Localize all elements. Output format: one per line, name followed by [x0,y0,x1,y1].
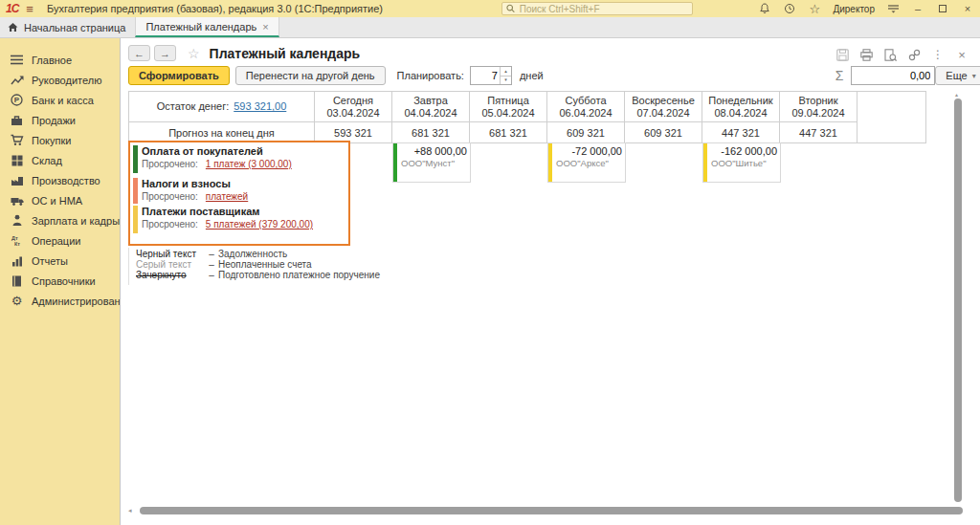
day-date: 05.04.2024 [481,107,534,120]
svg-text:Р: Р [14,96,20,104]
print-preview-icon[interactable] [883,48,897,61]
maximize-button[interactable] [936,3,949,14]
forecast-label: Прогноз на конец дня [129,122,314,142]
sidebar-item-sales[interactable]: Продажи [0,110,120,130]
main-content: ← → ☆ Платежный календарь ⋮ × Сформирова… [120,38,980,525]
overdue-link[interactable]: платежей [206,191,248,202]
sidebar-item-warehouse[interactable]: Склад [0,150,120,170]
tab-payment-calendar[interactable]: Платежный календарь × [135,17,278,37]
group-color-bar [133,178,138,204]
more-button[interactable]: Еще ▾ [935,66,980,85]
legend-row-unpaid: Серый текст – Неоплаченные счета [136,260,380,270]
payment-cell-tomorrow[interactable]: +88 000,00 ООО"Мунст" [392,142,471,183]
sidebar-item-administration[interactable]: ⚙ Администрирование [0,291,120,311]
calendar-header-table: Остаток денег: 593 321,00 Прогноз на кон… [128,91,926,143]
forward-button[interactable]: → [154,45,176,61]
search-input[interactable] [520,4,689,14]
column-saturday[interactable]: Суббота06.04.2024 609 321 [547,92,625,142]
forecast-value: 447 321 [780,122,857,142]
day-date: 04.04.2024 [404,107,457,120]
stepper-down-icon[interactable]: ▾ [501,77,511,85]
generate-button[interactable]: Сформировать [128,66,230,85]
plan-days-stepper[interactable]: ▴ ▾ [470,66,512,85]
column-tuesday[interactable]: Вторник09.04.2024 447 321 [780,92,858,142]
balance-link[interactable]: 593 321,00 [234,100,286,113]
main-menu-icon[interactable]: ≡ [26,3,33,15]
column-friday[interactable]: Пятница05.04.2024 681 321 [470,92,547,142]
sidebar-item-production[interactable]: Производство [0,170,120,190]
sidebar-item-fixed-assets[interactable]: ОС и НМА [0,190,120,210]
plan-label: Планировать: [397,70,464,81]
back-button[interactable]: ← [128,45,150,61]
sidebar-item-manager[interactable]: Руководителю [0,70,120,90]
history-icon[interactable] [783,2,796,15]
payment-cell-saturday[interactable]: -72 000,00 ООО"Арксе" [547,142,626,183]
warehouse-icon [10,154,24,167]
payment-cell-monday[interactable]: -162 000,00 ООО"Шитье" [702,142,781,183]
sidebar-item-reports[interactable]: Отчеты [0,251,120,271]
group-row-incoming-payments[interactable]: Оплата от покупателей Просрочено: 1 плат… [133,145,345,169]
more-actions-icon[interactable]: ⋮ [931,48,945,61]
balance-label: Остаток денег: [157,100,230,113]
cell-color-bar [548,143,552,182]
horizontal-scrollbar[interactable]: ◂ [128,506,973,515]
tab-close-icon[interactable]: × [262,21,268,33]
sidebar-item-main[interactable]: Главное [0,50,120,70]
sidebar-item-label: ОС и НМА [32,195,82,207]
overdue-link[interactable]: 1 платеж (3 000,00) [206,159,292,169]
overdue-link[interactable]: 5 платежей (379 200,00) [206,219,313,230]
sidebar-item-bank-cash[interactable]: Р Банк и касса [0,90,120,110]
page-title: Платежный календарь [210,46,361,61]
vertical-scrollbar-thumb[interactable] [954,98,962,502]
menu-icon [10,54,24,67]
horizontal-scrollbar-thumb[interactable] [140,507,963,514]
sidebar-item-purchases[interactable]: Покупки [0,130,120,150]
close-form-icon[interactable]: × [955,48,969,61]
column-sunday[interactable]: Воскресенье07.04.2024 609 321 [625,92,702,142]
days-label: дней [520,70,544,81]
sum-field[interactable] [851,66,935,85]
tab-home-page[interactable]: Начальная страница [0,17,135,37]
sidebar-item-label: Банк и касса [32,95,94,106]
scroll-left-icon[interactable]: ◂ [128,507,140,514]
home-icon [8,22,18,33]
plan-days-input[interactable] [471,67,500,84]
close-window-button[interactable]: × [961,3,974,14]
sidebar-item-salary-hr[interactable]: Зарплата и кадры [0,210,120,230]
save-icon[interactable] [835,48,849,61]
sidebar-item-label: Склад [32,155,62,166]
sidebar-item-label: Производство [32,175,100,186]
vertical-scrollbar[interactable]: ▴ [954,91,963,509]
print-icon[interactable] [859,48,873,61]
sidebar-item-directories[interactable]: Справочники [0,271,120,291]
notifications-bell-icon[interactable] [758,2,771,15]
get-link-icon[interactable] [907,48,921,61]
group-row-supplier-payments[interactable]: Платежи поставщикам Просрочено: 5 платеж… [133,206,345,230]
minimize-button[interactable]: – [911,3,924,14]
legend-row-debt: Черный текст – Задолженность [136,250,380,259]
truck-icon [10,194,24,208]
sidebar-item-label: Справочники [32,275,96,287]
global-search[interactable] [501,2,693,15]
move-to-another-day-button[interactable]: Перенести на другой день [235,66,386,85]
cell-amount: +88 000,00 [401,144,467,158]
day-name: Понедельник [708,95,772,107]
stepper-up-icon[interactable]: ▴ [501,67,511,77]
current-user[interactable]: Директор [833,4,875,14]
legend-term: Серый текст [136,260,205,270]
group-name: Платежи поставщикам [133,206,345,217]
service-settings-icon[interactable] [886,2,900,15]
group-row-taxes[interactable]: Налоги и взносы Просрочено: платежей [133,178,345,202]
day-date: 06.04.2024 [559,107,612,120]
column-today[interactable]: Сегодня03.04.2024 593 321 [315,92,392,142]
overdue-label: Просрочено: [142,219,198,230]
sidebar-item-operations[interactable]: ДтКт Операции [0,230,120,251]
column-tomorrow[interactable]: Завтра04.04.2024 681 321 [392,92,470,142]
favorites-star-icon[interactable]: ☆ [808,2,821,15]
column-monday[interactable]: Понедельник08.04.2024 447 321 [702,92,780,142]
forecast-value: 681 321 [392,122,469,142]
scroll-up-icon[interactable]: ▴ [955,91,958,98]
day-date: 09.04.2024 [791,107,844,120]
legend-row-prepared: Зачеркнуто – Подготовлено платежное пору… [136,271,380,280]
favorite-star-icon[interactable]: ☆ [188,46,200,61]
